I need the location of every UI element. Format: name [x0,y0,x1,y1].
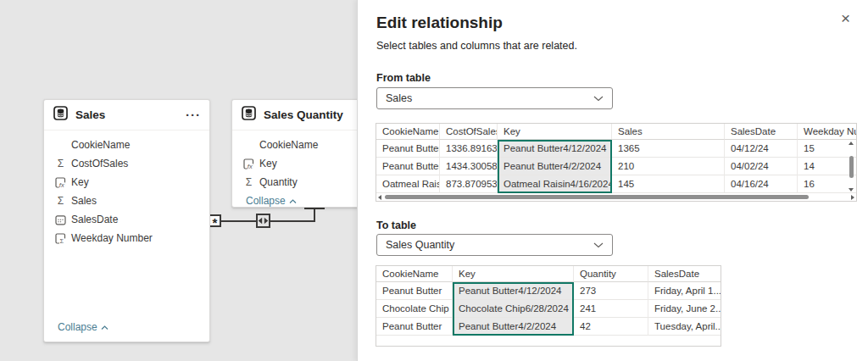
svg-text:fx: fx [59,181,64,188]
header-row: CookieName Key Quantity SalesDate [376,266,721,282]
field-row-weekday-number[interactable]: Σ Weekday Number [44,229,209,247]
table-card-header: Sales ··· [44,100,209,131]
from-table-dropdown[interactable]: Sales [376,87,613,109]
table-row: Peanut Butter 1336.8916311... Peanut But… [376,140,856,158]
scroll-right-icon [851,195,854,200]
from-table-preview-grid: CookieName CostOfSales Key Sales SalesDa… [376,123,857,202]
more-options-button[interactable]: ··· [186,108,201,122]
cell-selected-key[interactable]: Peanut Butter4/2/2024 [498,158,612,175]
cell-selected-key[interactable]: Peanut Butter4/12/2024 [453,282,574,300]
cell[interactable]: 873.87095356... [440,175,498,193]
svg-text:Σ: Σ [59,237,64,244]
cell[interactable]: 04/12/24 [725,140,798,158]
chevron-down-icon [593,242,604,248]
relationship-line-vertical [314,208,315,222]
semantic-model-table-icon [242,106,256,124]
svg-text:fx: fx [248,163,253,169]
sigma-icon: Σ [54,195,67,207]
cell[interactable]: Peanut Butter [376,158,440,175]
cell[interactable]: 1365 [612,140,725,158]
field-label: Weekday Number [71,232,153,244]
field-row-costofsales[interactable]: Σ CostOfSales [44,154,209,173]
table-row: Peanut Butter 1434.3005858... Peanut But… [376,158,856,175]
cell[interactable]: 241 [574,300,648,318]
header-cell[interactable]: CostOfSales [440,124,498,140]
field-label: SalesDate [71,214,118,225]
cross-filter-direction-icon [256,214,270,228]
dialog-subtitle: Select tables and columns that are relat… [376,40,577,52]
cell[interactable]: 1434.3005858... [440,158,498,175]
cell[interactable]: Chocolate Chip [376,300,453,318]
table-card-sales[interactable]: Sales ··· CookieName Σ CostOfSales fx [43,99,210,342]
field-label: CostOfSales [71,158,128,169]
field-label: Sales [71,195,97,207]
field-label: Key [259,158,277,169]
sigma-icon: Σ [242,176,255,188]
field-label: Key [71,176,89,188]
cell-selected-key[interactable]: Chocolate Chip6/28/2024 [453,300,574,318]
table-row: Peanut Butter Peanut Butter4/2/2024 42 T… [376,318,721,336]
cell[interactable]: 273 [574,282,648,300]
cell[interactable]: Peanut Butter [376,318,453,336]
cell[interactable]: 04/02/24 [725,158,798,175]
header-cell[interactable]: SalesDate [648,266,721,282]
vertical-scrollbar[interactable] [848,142,854,192]
header-cell[interactable]: Quantity [574,266,648,282]
cell[interactable]: 145 [612,175,725,193]
horizontal-scrollbar[interactable] [378,194,854,200]
cell[interactable]: 210 [612,158,725,175]
calculated-column-fx-icon: fx [54,177,67,188]
cell[interactable]: Tuesday, April... [648,318,721,336]
collapse-link[interactable]: Collapse [58,321,108,333]
cell[interactable]: 42 [574,318,648,336]
calculated-column-fx-icon: fx [242,158,255,169]
semantic-model-table-icon [53,106,68,124]
from-table-label: From table [376,72,431,84]
close-icon[interactable]: × [841,10,850,26]
to-table-dropdown[interactable]: Sales Quantity [376,234,613,256]
header-cell[interactable]: CookieName [376,266,453,282]
cell[interactable]: Friday, June 2... [648,300,721,318]
cell[interactable]: Oatmeal Raisin [376,175,440,193]
field-label: CookieName [259,139,318,151]
to-table-label: To table [376,219,416,231]
field-row-key[interactable]: fx Key [44,173,209,192]
header-cell[interactable]: SalesDate [725,124,798,140]
sigma-icon: Σ [54,158,67,169]
edit-relationship-dialog: × Edit relationship Select tables and co… [357,0,868,361]
header-row: CookieName CostOfSales Key Sales SalesDa… [376,124,856,140]
asterisk-glyph: * [213,215,218,230]
field-row-salesdate[interactable]: SalesDate [44,210,209,229]
cell-selected-key[interactable]: Peanut Butter4/2/2024 [453,318,574,336]
dialog-title: Edit relationship [376,14,503,32]
cardinality-many-marker: * [209,214,221,227]
scrollbar-thumb [849,156,854,178]
header-cell-selected-key[interactable]: Key [453,266,574,282]
cell-selected-key[interactable]: Peanut Butter4/12/2024 [498,140,612,158]
relationship-line-end-cap [304,208,325,209]
cell[interactable]: 04/16/24 [725,175,798,193]
to-table-selected-value: Sales Quantity [386,239,454,251]
chevron-up-icon [289,195,297,207]
cell[interactable]: Friday, April 1... [648,282,721,300]
cell[interactable]: Peanut Butter [376,140,440,158]
table-title: Sales [75,108,186,121]
cell-selected-key[interactable]: Oatmeal Raisin4/16/2024 [498,175,612,193]
scroll-down-icon [849,188,854,192]
header-cell-selected-key[interactable]: Key [498,124,612,140]
cell[interactable]: 1336.8916311... [440,140,498,158]
header-cell[interactable]: Weekday Number [798,124,856,140]
collapse-label: Collapse [246,195,286,207]
scroll-up-icon [849,142,854,145]
scroll-left-icon [378,195,381,200]
table-row: Oatmeal Raisin 873.87095356... Oatmeal R… [376,175,856,193]
field-row-cookiename[interactable]: CookieName [44,136,209,154]
cell[interactable]: Peanut Butter [376,282,453,300]
collapse-label: Collapse [58,321,97,333]
from-table-selected-value: Sales [386,92,412,104]
calculated-column-sum-icon: Σ [54,233,67,244]
header-cell[interactable]: CookieName [376,124,440,140]
field-row-sales[interactable]: Σ Sales [44,192,209,210]
field-list: CookieName Σ CostOfSales fx Key Σ Sales [44,136,209,247]
header-cell[interactable]: Sales [612,124,725,140]
